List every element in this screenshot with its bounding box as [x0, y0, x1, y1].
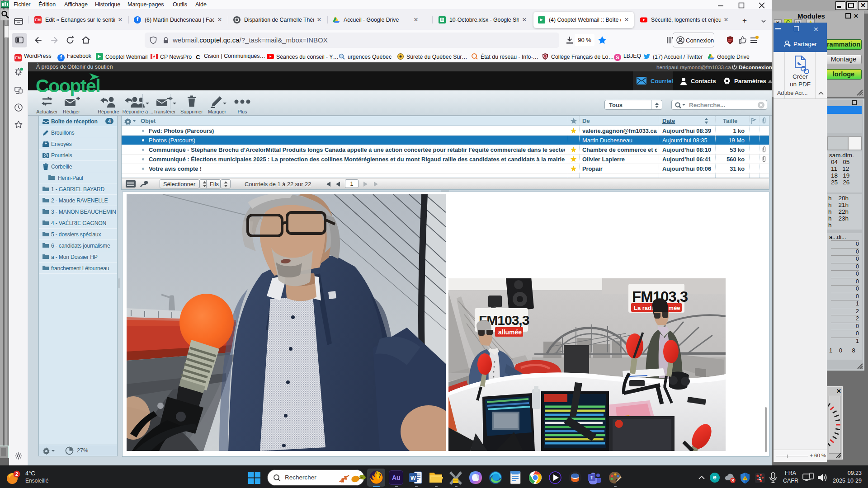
- svg-text:T: T: [590, 475, 594, 480]
- svg-text:1: 1: [759, 476, 761, 481]
- svg-text:Cooptel: Cooptel: [36, 75, 100, 96]
- svg-text:W: W: [410, 474, 416, 481]
- svg-text:allumée: allumée: [498, 328, 522, 336]
- svg-text:2: 2: [15, 471, 18, 477]
